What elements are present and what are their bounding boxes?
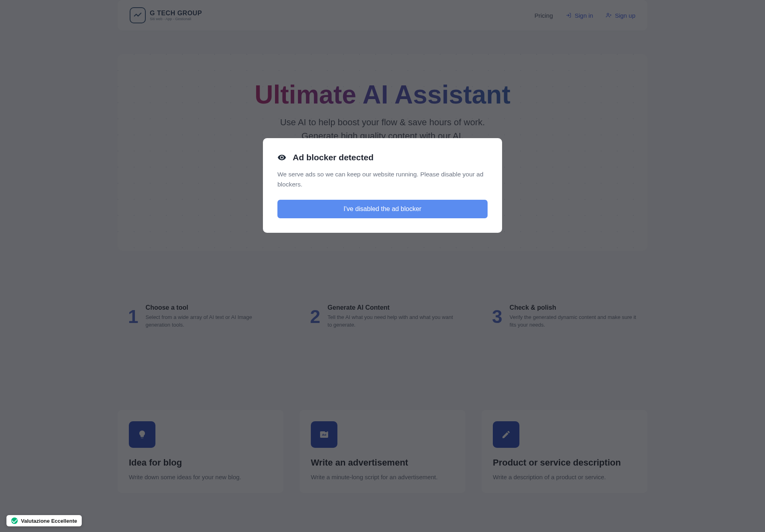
modal-confirm-button[interactable]: I've disabled the ad blocker xyxy=(277,200,488,218)
trust-label: Valutazione Eccellente xyxy=(21,518,77,524)
modal-overlay: Ad blocker detected We serve ads so we c… xyxy=(0,0,765,532)
modal-title: Ad blocker detected xyxy=(293,153,374,162)
trust-badge[interactable]: Valutazione Eccellente xyxy=(6,515,82,526)
checkmark-icon xyxy=(11,518,18,524)
eye-icon xyxy=(277,153,286,162)
adblock-modal: Ad blocker detected We serve ads so we c… xyxy=(263,138,502,232)
modal-body-text: We serve ads so we can keep our website … xyxy=(277,170,488,189)
